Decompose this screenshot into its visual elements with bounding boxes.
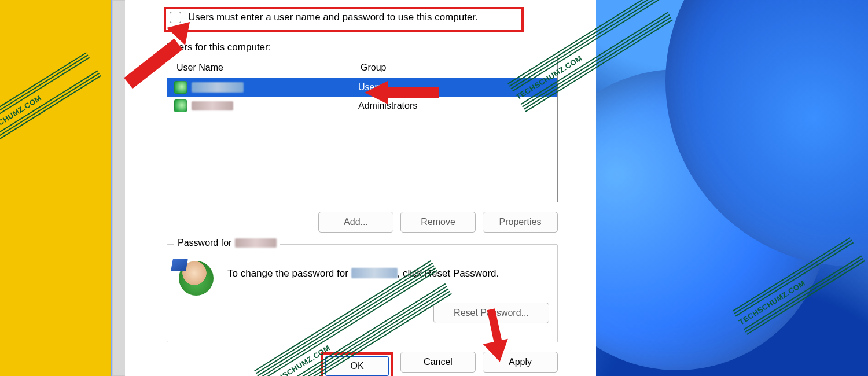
require-password-label: Users must enter a user name and passwor… [188,12,478,23]
table-row[interactable]: Users [167,78,557,97]
watermark-text: TECHSCHUMZ.COM [0,61,96,142]
column-header-username[interactable]: User Name [176,62,361,73]
desktop-wallpaper [596,0,868,376]
add-user-button[interactable]: Add... [318,212,393,233]
user-icon [174,99,187,112]
apply-button[interactable]: Apply [483,352,558,373]
users-list-label: Users for this computer: [167,42,271,53]
row-group: Users [358,82,557,93]
redacted-username [351,268,398,278]
column-header-group[interactable]: Group [361,62,557,73]
ok-button[interactable]: OK [325,356,389,376]
users-list-buttons: Add... Remove Properties [167,212,558,233]
user-avatar-icon [179,261,214,296]
password-text-after: , click Reset Password. [398,268,499,279]
password-legend-prefix: Password for [178,238,231,248]
watermark: TECHSCHUMZ.COM [0,52,101,150]
dialog-action-buttons: OK Cancel Apply [167,352,558,376]
require-password-checkbox[interactable] [170,12,181,23]
require-password-row: Users must enter a user name and passwor… [170,12,478,23]
redacted-username [235,238,277,248]
redacted-username [192,101,233,110]
password-groupbox: Password for To change the password for … [167,244,558,342]
remove-user-button[interactable]: Remove [400,212,476,233]
users-list-header: User Name Group [167,57,557,78]
password-group-legend: Password for [174,238,280,248]
redacted-username [192,82,244,93]
user-accounts-dialog: Users must enter a user name and passwor… [111,0,596,376]
password-instruction-text: To change the password for , click Reset… [227,268,499,279]
password-text-before: To change the password for [227,268,351,279]
reset-password-button[interactable]: Reset Password... [433,303,549,323]
user-icon [174,81,187,94]
row-group: Administrators [358,101,557,111]
table-row[interactable]: Administrators [167,97,557,115]
user-properties-button[interactable]: Properties [483,212,558,233]
dialog-panel: Users must enter a user name and passwor… [125,0,596,376]
cancel-button[interactable]: Cancel [400,352,476,373]
annotation-highlight-ok: OK [321,352,393,376]
users-listbox[interactable]: User Name Group Users Administrators [167,57,558,202]
